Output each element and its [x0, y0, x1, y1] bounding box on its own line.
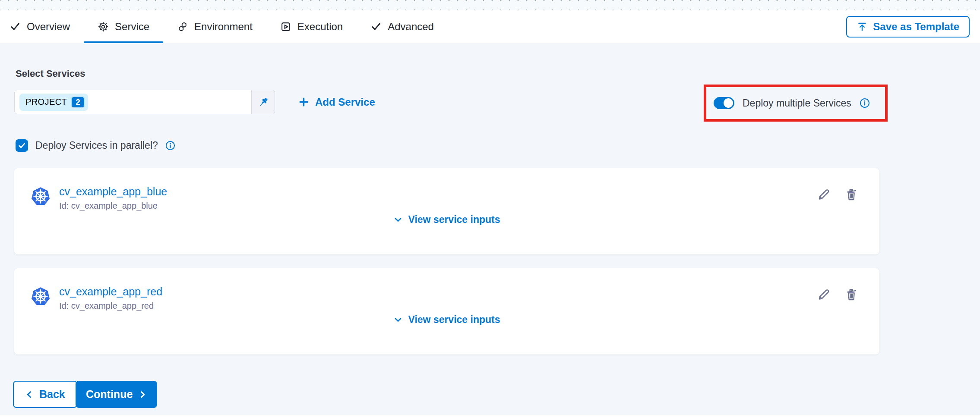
stage-tabbar: Overview Service Environment	[0, 10, 980, 43]
delete-icon[interactable]	[844, 287, 859, 302]
back-label: Back	[39, 388, 65, 401]
project-chip[interactable]: PROJECT 2	[19, 94, 88, 111]
service-name-block: cv_example_app_red Id: cv_example_app_re…	[59, 285, 162, 311]
pipeline-canvas-strip	[0, 0, 980, 10]
deploy-parallel-checkbox[interactable]	[16, 139, 28, 152]
chevron-down-icon	[393, 315, 403, 325]
tab-label: Execution	[297, 21, 343, 33]
service-name-block: cv_example_app_blue Id: cv_example_app_b…	[59, 185, 167, 211]
back-button[interactable]: Back	[13, 381, 77, 408]
project-chip-count-badge: 2	[71, 96, 85, 108]
service-name-link[interactable]: cv_example_app_blue	[59, 185, 167, 198]
view-service-inputs-toggle[interactable]: View service inputs	[14, 214, 879, 226]
view-service-inputs-toggle[interactable]: View service inputs	[14, 314, 879, 326]
service-card-actions	[816, 287, 859, 302]
tab-service[interactable]: Service	[84, 10, 163, 43]
pin-selection-button[interactable]	[251, 90, 275, 114]
service-tab-page: Overview Service Environment	[0, 0, 980, 420]
deploy-multiple-services-label: Deploy multiple Services	[743, 97, 851, 109]
play-square-icon	[280, 21, 291, 32]
service-card-actions	[816, 187, 859, 202]
service-identity: cv_example_app_red Id: cv_example_app_re…	[31, 285, 162, 311]
selected-services-chips: PROJECT 2	[15, 94, 251, 111]
deploy-parallel-label: Deploy Services in parallel?	[35, 140, 158, 151]
hexagons-icon	[177, 21, 188, 32]
panel-bottom-edge	[0, 415, 980, 420]
service-card: cv_example_app_blue Id: cv_example_app_b…	[14, 168, 879, 254]
upload-icon	[857, 21, 868, 32]
services-multiselect-input[interactable]: PROJECT 2	[14, 90, 275, 114]
chevron-down-icon	[393, 215, 403, 225]
edit-icon[interactable]	[816, 287, 831, 302]
select-services-label: Select Services	[16, 68, 85, 79]
check-icon	[370, 21, 382, 32]
service-name-link[interactable]: cv_example_app_red	[59, 285, 162, 298]
pin-icon	[257, 96, 269, 108]
tab-execution[interactable]: Execution	[266, 10, 357, 43]
view-service-inputs-label: View service inputs	[408, 214, 500, 226]
info-icon[interactable]	[165, 141, 175, 150]
save-as-template-button[interactable]: Save as Template	[846, 16, 970, 38]
chevron-left-icon	[25, 390, 34, 399]
add-service-button[interactable]: Add Service	[298, 90, 375, 114]
kubernetes-icon	[31, 186, 51, 207]
project-chip-label: PROJECT	[25, 97, 67, 107]
tab-label: Service	[115, 21, 149, 33]
add-service-label: Add Service	[315, 96, 375, 108]
service-identity: cv_example_app_blue Id: cv_example_app_b…	[31, 185, 167, 211]
tab-label: Overview	[27, 21, 70, 33]
save-as-template-label: Save as Template	[873, 21, 959, 33]
tab-label: Advanced	[388, 21, 434, 33]
service-id-text: Id: cv_example_app_red	[59, 301, 162, 311]
check-icon	[9, 21, 21, 32]
deploy-multiple-services-highlight: Deploy multiple Services	[704, 85, 888, 122]
deploy-multiple-services-toggle[interactable]	[714, 97, 734, 109]
tab-overview[interactable]: Overview	[9, 10, 84, 43]
view-service-inputs-label: View service inputs	[408, 314, 500, 326]
tab-label: Environment	[194, 21, 253, 33]
service-id-text: Id: cv_example_app_blue	[59, 201, 167, 211]
delete-icon[interactable]	[844, 187, 859, 202]
kubernetes-icon	[31, 286, 51, 307]
toggle-knob	[724, 98, 733, 108]
info-icon[interactable]	[860, 98, 870, 108]
deploy-parallel-row: Deploy Services in parallel?	[16, 138, 175, 153]
service-card: cv_example_app_red Id: cv_example_app_re…	[14, 268, 879, 354]
chevron-right-icon	[138, 390, 147, 399]
tab-environment[interactable]: Environment	[163, 10, 266, 43]
gear-icon	[98, 21, 109, 32]
plus-icon	[298, 96, 310, 108]
continue-button[interactable]: Continue	[76, 381, 157, 408]
tab-advanced[interactable]: Advanced	[357, 10, 448, 43]
edit-icon[interactable]	[816, 187, 831, 202]
continue-label: Continue	[86, 388, 133, 401]
